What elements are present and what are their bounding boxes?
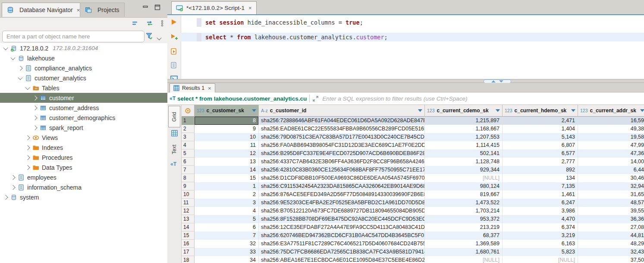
grid-cell[interactable]: 44,81 — [578, 231, 644, 240]
tree-item-employees[interactable]: employees — [0, 172, 167, 182]
column-header-c_customer_id[interactable]: A-zc_customer_id — [259, 105, 425, 117]
chevron-right-icon[interactable] — [25, 155, 30, 160]
collapse-all-icon[interactable] — [132, 20, 139, 26]
grid-cell[interactable]: 32,43 — [578, 248, 644, 256]
grid-cell[interactable]: 31,65 — [578, 190, 644, 199]
grid-cell[interactable]: sha256:EAD8E61C8C22E555834FBBA9B60556CB2… — [259, 125, 425, 133]
grid-cell[interactable]: 980,124 — [425, 182, 503, 190]
object-filter-input[interactable] — [2, 31, 145, 42]
link-with-editor-icon[interactable] — [146, 20, 154, 26]
editor-results-splitter[interactable] — [167, 79, 644, 83]
tree-item-customer-analytics[interactable]: customer_analytics — [0, 73, 167, 83]
grid-cell[interactable]: 3,986 — [503, 207, 578, 215]
grid-cell[interactable]: 3,219 — [503, 231, 578, 240]
grid-cell[interactable]: 6,44 — [578, 166, 644, 174]
grid-cell[interactable]: 12 — [195, 149, 259, 158]
grid-cell[interactable]: [NULL] — [503, 256, 578, 263]
row-number[interactable]: 4 — [182, 141, 195, 149]
tree-item-views[interactable]: Views — [0, 133, 167, 143]
grid-cell[interactable]: 1,461 — [503, 190, 578, 199]
grid-cell[interactable]: 1,128,748 — [425, 158, 503, 166]
row-number[interactable]: 5 — [182, 149, 195, 158]
chevron-right-icon[interactable] — [32, 95, 37, 100]
grid-cell[interactable]: 2,471 — [503, 117, 578, 125]
grid-cell[interactable]: 1,168,667 — [425, 125, 503, 133]
close-icon[interactable]: × — [208, 85, 211, 92]
grid-cell[interactable]: 6,577 — [503, 149, 578, 158]
grid-cell[interactable]: 892 — [503, 166, 578, 174]
grid-cell[interactable]: 27,08 — [578, 223, 644, 231]
grid-cell[interactable]: sha256:620746BED947362BCD6CF31B0A4C547DD… — [259, 231, 425, 240]
value-view-icon[interactable]: «T — [170, 161, 176, 167]
execute-new-tab-icon[interactable] — [170, 33, 178, 41]
grid-cell[interactable]: 9 — [195, 125, 259, 133]
chevron-right-icon[interactable] — [18, 66, 22, 70]
chevron-down-icon[interactable] — [3, 45, 8, 50]
grid-cell[interactable]: 37,50 — [578, 256, 644, 263]
grid-cell[interactable]: 2,777 — [503, 158, 578, 166]
grid-cell[interactable]: 32 — [195, 240, 259, 248]
chevron-right-icon[interactable] — [25, 165, 30, 170]
row-number[interactable]: 9 — [182, 182, 195, 190]
row-number[interactable]: 10 — [182, 190, 195, 199]
grid-cell[interactable]: sha256:75DC7FCB6686EDA72565C1B838CA7FC43… — [259, 248, 425, 256]
grid-cell[interactable]: 5,823 — [503, 248, 578, 256]
grid-cell[interactable]: sha256:ABEA16E7E1ECBDCA6E01CE1095D84E37C… — [259, 256, 425, 263]
column-header-c_customer_sk[interactable]: 123c_customer_sk — [195, 105, 259, 117]
tree-item-procedures[interactable]: Procedures — [0, 152, 167, 162]
grid-cell[interactable]: sha256:72888646ABF61FA044EDEC061D6DA5A09… — [259, 117, 425, 125]
grid-cell[interactable]: sha256:B295D8FC337E9E4FECD0725D907ACD6B6… — [259, 149, 425, 158]
grid-cell[interactable]: 6,247 — [503, 199, 578, 207]
grid-cell[interactable]: 47,36 — [578, 149, 644, 158]
grid-cell[interactable]: 30,46 — [578, 174, 644, 182]
grid-cell[interactable]: 134 — [503, 174, 578, 182]
grid-cell[interactable]: 48,29 — [578, 240, 644, 248]
grid-cell[interactable]: 213,219 — [425, 223, 503, 231]
row-number[interactable]: 15 — [182, 231, 195, 240]
grid-cell[interactable]: 36,36 — [578, 215, 644, 223]
tab-projects[interactable]: Projects — [80, 3, 125, 17]
explain-plan-icon[interactable] — [170, 62, 178, 69]
grid-cell[interactable]: sha256:B705122120A673FC7DE6889727DB11809… — [259, 207, 425, 215]
grid-cell[interactable]: [NULL] — [425, 174, 503, 182]
grid-cell[interactable]: 6,163 — [503, 240, 578, 248]
sort-dropdown-icon[interactable] — [640, 109, 644, 112]
row-number[interactable]: 3 — [182, 133, 195, 141]
grid-cell[interactable]: 14 — [195, 166, 259, 174]
row-number[interactable]: 14 — [182, 223, 195, 231]
grid-cell[interactable]: 929,344 — [425, 166, 503, 174]
grid-cell[interactable]: 48,57 — [578, 199, 644, 207]
grid-cell[interactable]: 11 — [195, 141, 259, 149]
presentation-text-tab[interactable]: Text — [168, 140, 180, 158]
grid-cell[interactable]: 15 — [195, 174, 259, 182]
grid-cell[interactable]: sha256:FA0ABB6943B98054FC31D12D3E3AEC689… — [259, 141, 425, 149]
grid-cell[interactable]: sha256:12CE35EFDABF272A4A47E9FA9CC5D4113… — [259, 223, 425, 231]
row-number[interactable]: 18 — [182, 256, 195, 263]
grid-cell[interactable]: 32,94 — [578, 182, 644, 190]
sort-dropdown-icon[interactable] — [252, 109, 256, 112]
grid-cell[interactable]: 1,114,415 — [425, 141, 503, 149]
row-number[interactable]: 11 — [182, 199, 195, 207]
grid-cell[interactable]: 5,143 — [503, 133, 578, 141]
tree-item-lakehouse[interactable]: lakehouse — [0, 53, 167, 63]
sort-dropdown-icon[interactable] — [496, 109, 500, 112]
grid-cell[interactable]: 2 — [195, 190, 259, 199]
grid-cell[interactable]: 47,99 — [578, 141, 644, 149]
grid-cell[interactable]: 1,369,589 — [425, 240, 503, 248]
row-number[interactable]: 6 — [182, 158, 195, 166]
column-header-c_current_hdemo_sk[interactable]: 123c_current_hdemo_sk — [503, 105, 578, 117]
tree-item-tables[interactable]: Tables — [0, 83, 167, 93]
tab-database-navigator[interactable]: Database Navigator × — [2, 3, 85, 17]
grid-cell[interactable]: 10 — [195, 133, 259, 141]
chevron-right-icon[interactable] — [10, 175, 15, 180]
tree-item-compliance-analytics[interactable]: compliance_analytics — [0, 63, 167, 73]
grid-cell[interactable]: 16,59 — [578, 117, 644, 125]
grid-cell[interactable]: 502,141 — [425, 149, 503, 158]
close-icon[interactable]: × — [248, 5, 252, 11]
grid-cell[interactable]: 49,38 — [578, 125, 644, 133]
sort-dropdown-icon[interactable] — [418, 109, 422, 112]
column-header-c_current_addr_sk[interactable]: 123c_current_addr_sk — [578, 105, 644, 117]
grid-corner-cell[interactable] — [182, 105, 195, 117]
chevron-right-icon[interactable] — [25, 145, 30, 150]
grid-cell[interactable]: 3 — [195, 199, 259, 207]
